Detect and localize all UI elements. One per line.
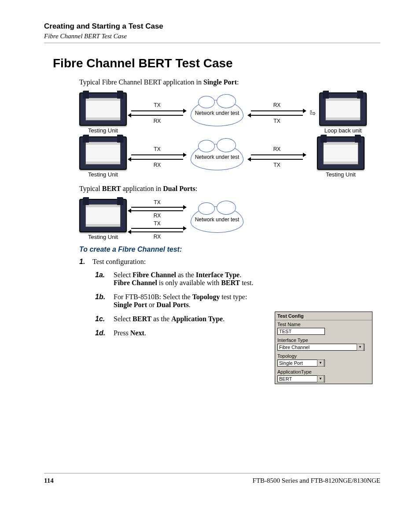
- substep-text: Press Next.: [114, 329, 146, 337]
- intro1-b: Single Port: [203, 78, 237, 86]
- arrow-right-icon: [131, 207, 183, 208]
- step-text: Test configuration:: [92, 258, 146, 266]
- topology-label: Topology: [275, 352, 372, 359]
- testing-device-icon: [317, 136, 365, 170]
- topology-value: Single Port: [279, 360, 303, 367]
- tx-label: TX: [154, 146, 160, 152]
- step-1d: 1d. Press Next.: [95, 329, 258, 337]
- application-type-label: ApplicationType: [275, 368, 372, 374]
- substep-number: 1c.: [95, 315, 114, 323]
- rx-label: RX: [154, 162, 161, 168]
- step-number: 1.: [79, 258, 92, 266]
- arrow-right-icon: [251, 110, 303, 111]
- header-divider: [44, 43, 380, 43]
- test-name-input[interactable]: TEST: [277, 328, 325, 335]
- rx-label: RX: [154, 118, 161, 124]
- testing-device-icon: [319, 92, 367, 126]
- network-cloud-icon: Network under test: [191, 206, 243, 233]
- network-cloud-icon: Network under test: [191, 144, 243, 170]
- substep-number: 1a.: [95, 271, 114, 287]
- intro2-b: BERT: [102, 185, 121, 192]
- unit-label: Loop back unit: [324, 127, 362, 134]
- loop-icon: ⏎: [310, 109, 316, 117]
- tx-label: TX: [154, 102, 160, 108]
- step-1a: 1a. Select Fibre Channel as the Interfac…: [95, 271, 258, 287]
- application-type-value: BERT: [279, 375, 292, 382]
- diagram-row-3: Testing Unit TX RX TX RX Network under t…: [79, 199, 380, 240]
- test-config-panel: Test Config Test Name TEST Interface Typ…: [275, 312, 372, 384]
- unit-label: Testing Unit: [88, 171, 118, 178]
- substep-text: For FTB-8510B: Select the Topology test …: [114, 293, 258, 309]
- tx-label: TX: [273, 118, 280, 124]
- tx-label: TX: [154, 220, 160, 227]
- interface-type-value: Fibre Channel: [279, 344, 309, 351]
- intro-dual-ports: Typical BERT application in Dual Ports:: [79, 185, 380, 193]
- step-1c: 1c. Select BERT as the Application Type.: [95, 315, 258, 323]
- arrow-right-icon: [131, 228, 183, 229]
- substep-number: 1b.: [95, 293, 114, 309]
- tx-label: TX: [154, 199, 160, 205]
- arrow-right-icon: [131, 154, 183, 155]
- step-1: 1. Test configuration:: [79, 258, 380, 266]
- intro2-c: application in: [121, 185, 163, 192]
- arrow-right-icon: [251, 154, 303, 155]
- unit-label: Testing Unit: [88, 127, 118, 134]
- chevron-down-icon: ▼: [357, 344, 364, 351]
- section-subtitle: Fibre Channel BERT Test Case: [44, 33, 380, 40]
- topology-select[interactable]: Single Port ▼: [277, 360, 325, 367]
- arrow-left-icon: [131, 231, 183, 232]
- substep-number: 1d.: [95, 329, 114, 337]
- rx-label: RX: [154, 234, 161, 240]
- test-name-label: Test Name: [275, 320, 372, 327]
- page-number: 114: [44, 477, 54, 484]
- test-name-value: TEST: [279, 328, 291, 335]
- arrow-left-icon: [251, 159, 303, 160]
- panel-title: Test Config: [275, 312, 372, 320]
- intro2-d: Dual Ports: [163, 185, 195, 192]
- unit-label: Testing Unit: [326, 171, 356, 178]
- testing-device-icon: [79, 136, 127, 170]
- testing-device-icon: [79, 92, 127, 126]
- application-type-select[interactable]: BERT ▼: [277, 375, 325, 382]
- chevron-down-icon: ▼: [317, 375, 324, 382]
- procedure-heading: To create a Fibre Channel test:: [79, 246, 380, 253]
- arrow-left-icon: [131, 115, 183, 116]
- arrow-left-icon: [251, 115, 303, 116]
- rx-label: RX: [273, 102, 281, 108]
- page-title: Fibre Channel BERT Test Case: [53, 56, 372, 70]
- step-1b: 1b. For FTB-8510B: Select the Topology t…: [95, 293, 258, 309]
- diagram-row-1: Testing Unit TX RX Network under test RX…: [79, 92, 380, 134]
- rx-label: RX: [273, 146, 281, 152]
- intro-single-port: Typical Fibre Channel BERT application i…: [79, 78, 380, 86]
- arrow-left-icon: [131, 159, 183, 160]
- unit-label: Testing Unit: [88, 234, 118, 240]
- intro2-e: :: [195, 185, 197, 192]
- network-cloud-icon: Network under test: [191, 100, 243, 126]
- diagram-row-2: Testing Unit TX RX Network under test RX…: [79, 136, 380, 178]
- intro1-a: Typical Fibre Channel BERT application i…: [79, 78, 203, 86]
- tx-label: TX: [273, 162, 280, 168]
- arrow-right-icon: [131, 110, 183, 111]
- arrow-left-icon: [131, 210, 183, 211]
- rx-label: RX: [154, 213, 161, 219]
- substep-text: Select BERT as the Application Type.: [114, 315, 225, 323]
- section-title: Creating and Starting a Test Case: [44, 22, 380, 31]
- substep-text: Select Fibre Channel as the Interface Ty…: [114, 271, 258, 287]
- page-footer: 114 FTB-8500 Series and FTB-8120NGE/8130…: [44, 473, 380, 484]
- intro1-c: :: [237, 78, 239, 86]
- doc-title: FTB-8500 Series and FTB-8120NGE/8130NGE: [253, 477, 380, 484]
- interface-type-label: Interface Type: [275, 336, 372, 343]
- interface-type-select[interactable]: Fibre Channel ▼: [277, 344, 365, 351]
- chevron-down-icon: ▼: [317, 360, 324, 367]
- testing-device-icon: [79, 199, 127, 232]
- intro2-a: Typical: [79, 185, 102, 192]
